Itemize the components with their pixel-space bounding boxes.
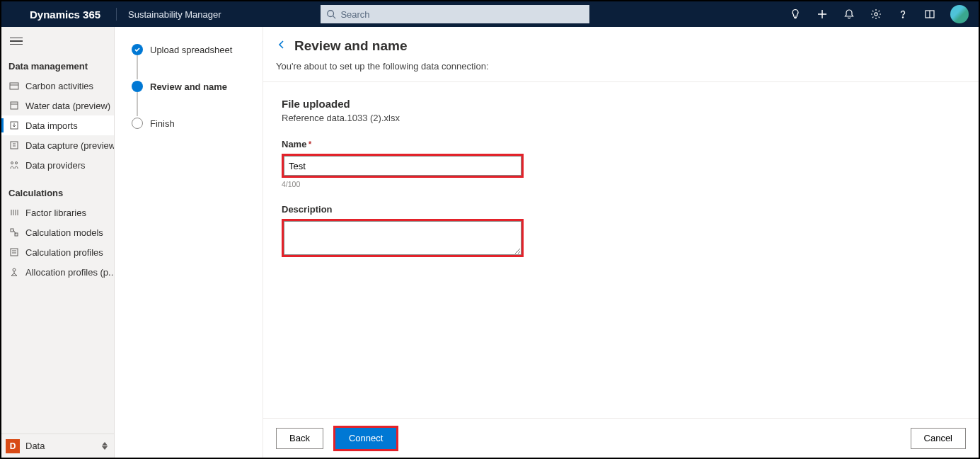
svg-rect-25 [11, 249, 18, 256]
file-uploaded-heading: File uploaded [282, 98, 979, 110]
svg-point-17 [16, 162, 18, 164]
svg-rect-10 [11, 102, 18, 109]
current-step-dot [132, 81, 143, 92]
svg-line-1 [333, 16, 336, 19]
app-name: Sustainability Manager [128, 9, 221, 20]
wizard-footer: Back Connect Cancel [263, 418, 979, 458]
step-label: Upload spreadsheet [150, 45, 232, 55]
help-icon[interactable] [897, 8, 909, 21]
svg-point-16 [11, 162, 13, 164]
lightbulb-icon[interactable] [789, 8, 802, 21]
brand-name[interactable]: Dynamics 365 [30, 8, 100, 21]
area-switcher[interactable]: D Data [1, 434, 114, 458]
step-label: Finish [150, 118, 175, 129]
step-review-and-name[interactable]: Review and name [132, 79, 255, 94]
step-upload-spreadsheet[interactable]: Upload spreadsheet [132, 42, 255, 57]
name-char-count: 4/100 [282, 180, 979, 188]
svg-rect-8 [10, 83, 18, 89]
svg-point-5 [902, 17, 903, 18]
search-icon [326, 9, 336, 19]
svg-point-0 [328, 11, 334, 17]
panel-icon[interactable] [923, 8, 936, 21]
svg-rect-22 [11, 229, 13, 232]
future-step-dot [132, 118, 143, 129]
nav-label: Carbon activities [25, 81, 93, 91]
check-icon [132, 44, 143, 55]
nav-label: Factor libraries [25, 208, 86, 218]
highlight-connect-button: Connect [333, 426, 398, 451]
nav-allocation-profiles[interactable]: Allocation profiles (p... [1, 262, 114, 282]
nav-data-imports[interactable]: Data imports [1, 115, 114, 135]
models-icon [8, 227, 20, 238]
hamburger-icon[interactable] [10, 38, 23, 45]
wizard-stepper: Upload spreadsheet Review and name Finis… [115, 27, 263, 458]
nav-calculation-models[interactable]: Calculation models [1, 222, 114, 242]
nav-section-calculations: Calculations [1, 182, 114, 203]
import-icon [8, 120, 20, 131]
user-avatar[interactable] [950, 5, 969, 23]
nav-data-providers[interactable]: Data providers [1, 155, 114, 175]
nav-section-data-management: Data management [1, 55, 114, 76]
app-top-bar: Dynamics 365 Sustainability Manager Sear… [1, 1, 979, 27]
page-subtitle: You're about to set up the following dat… [263, 54, 979, 72]
nav-water-data[interactable]: Water data (preview) [1, 96, 114, 115]
left-nav: Data management Carbon activities Water … [1, 27, 115, 458]
nav-calculation-profiles[interactable]: Calculation profiles [1, 242, 114, 262]
description-input[interactable] [284, 221, 521, 255]
providers-icon [8, 159, 20, 171]
nav-carbon-activities[interactable]: Carbon activities [1, 76, 114, 96]
connection-name-input[interactable] [284, 156, 521, 176]
uploaded-file-name: Reference data.1033 (2).xlsx [282, 113, 979, 123]
allocation-icon [8, 266, 20, 278]
cancel-button[interactable]: Cancel [911, 428, 966, 449]
nav-label: Calculation models [25, 227, 103, 238]
name-label: Name* [282, 139, 979, 149]
area-name: Data [25, 441, 94, 451]
back-chevron-icon[interactable] [275, 40, 289, 52]
search-placeholder: Search [340, 9, 369, 20]
carbon-icon [8, 80, 20, 91]
capture-icon [8, 140, 20, 151]
svg-rect-13 [11, 142, 18, 149]
brand-divider [116, 8, 117, 21]
global-search[interactable]: Search [321, 5, 589, 23]
nav-label: Data providers [25, 160, 86, 171]
nav-data-capture[interactable]: Data capture (preview) [1, 135, 114, 155]
bell-icon[interactable] [843, 8, 855, 21]
highlight-description-field [282, 219, 524, 257]
nav-label: Data imports [25, 120, 78, 131]
area-badge: D [6, 439, 20, 453]
nav-label: Allocation profiles (p... [25, 267, 114, 278]
water-icon [8, 100, 20, 111]
nav-label: Data capture (preview) [25, 140, 114, 151]
gear-icon[interactable] [870, 8, 882, 21]
updown-icon [100, 442, 110, 450]
connect-button[interactable]: Connect [335, 428, 396, 449]
description-label: Description [282, 204, 979, 215]
nav-label: Calculation profiles [25, 247, 103, 258]
svg-point-4 [875, 13, 877, 16]
page-title: Review and name [294, 38, 407, 54]
step-label: Review and name [150, 81, 227, 92]
main-panel: Review and name You're about to set up t… [263, 27, 979, 458]
nav-factor-libraries[interactable]: Factor libraries [1, 203, 114, 222]
highlight-name-field [282, 154, 524, 178]
profiles-icon [8, 246, 20, 258]
step-finish[interactable]: Finish [132, 116, 255, 130]
library-icon [8, 207, 20, 218]
nav-label: Water data (preview) [25, 101, 110, 111]
svg-point-28 [13, 268, 16, 271]
app-launcher-icon[interactable] [8, 8, 21, 21]
plus-icon[interactable] [816, 8, 829, 21]
back-button[interactable]: Back [276, 428, 323, 449]
